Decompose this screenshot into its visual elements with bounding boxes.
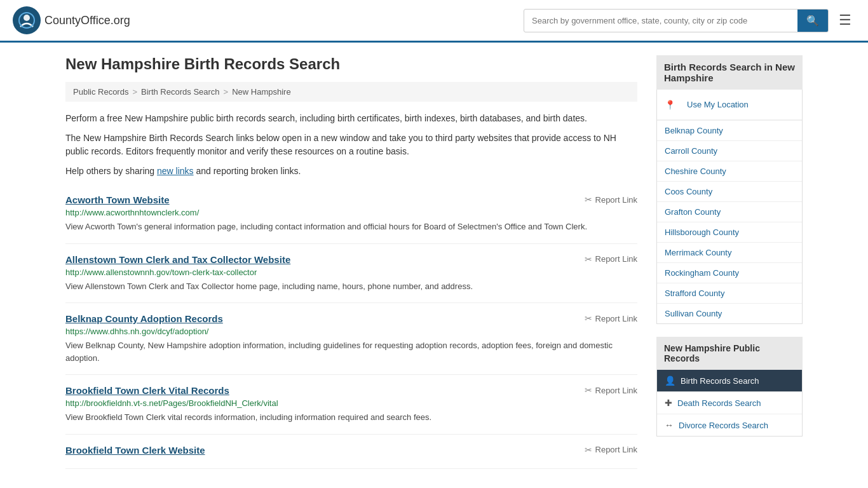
result-title-1[interactable]: Allenstown Town Clerk and Tax Collector … [65, 254, 290, 265]
county-link-0[interactable]: Belknap County [657, 121, 802, 140]
result-desc-0: View Acworth Town's general information … [65, 220, 637, 233]
result-title-3[interactable]: Brookfield Town Clerk Vital Records [65, 385, 229, 396]
result-title-2[interactable]: Belknap County Adoption Records [65, 313, 223, 324]
pub-records-death[interactable]: ✚ Death Records Search [657, 392, 802, 414]
sidebar: Birth Records Search in New Hampshire 📍 … [656, 55, 803, 469]
breadcrumb-birth-records[interactable]: Birth Records Search [141, 87, 220, 97]
birth-records-label: Birth Records Search [681, 376, 759, 386]
public-records-title: New Hampshire Public Records [656, 337, 803, 370]
county-link-2[interactable]: Cheshire County [657, 161, 802, 181]
logo-text: CountyOffice.org [44, 14, 130, 27]
county-item-5[interactable]: Hillsborough County [657, 222, 802, 243]
new-links-link[interactable]: new links [157, 166, 194, 176]
description-2: The New Hampshire Birth Records Search l… [65, 132, 637, 158]
search-button[interactable]: 🔍 [797, 10, 828, 32]
county-link-8[interactable]: Strafford County [657, 283, 802, 303]
death-records-label: Death Records Search [677, 398, 761, 408]
result-header: Brookfield Town Clerk Vital Records ✂ Re… [65, 385, 637, 396]
result-header: Belknap County Adoption Records ✂ Report… [65, 313, 637, 324]
report-icon-4: ✂ [585, 445, 592, 455]
content-area: New Hampshire Birth Records Search Publi… [65, 55, 637, 469]
county-link-4[interactable]: Grafton County [657, 202, 802, 222]
county-list: 📍 Use My Location Belknap CountyCarroll … [656, 90, 803, 324]
sidebar-birth-title: Birth Records Search in New Hampshire [656, 55, 803, 90]
menu-icon[interactable]: ☰ [835, 8, 855, 32]
county-item-1[interactable]: Carroll County [657, 141, 802, 161]
use-location-item: 📍 Use My Location [657, 90, 802, 121]
result-desc-3: View Brookfield Town Clerk vital records… [65, 411, 637, 424]
pub-records-divorce[interactable]: ↔ Divorce Records Search [657, 414, 802, 436]
report-label-0: Report Link [595, 195, 637, 205]
svg-point-0 [24, 15, 30, 21]
report-icon-1: ✂ [585, 254, 592, 264]
report-label-3: Report Link [595, 386, 637, 395]
result-header: Acworth Town Website ✂ Report Link [65, 194, 637, 205]
report-icon-0: ✂ [585, 194, 592, 205]
county-link-9[interactable]: Sullivan County [657, 304, 802, 323]
result-url-2[interactable]: https://www.dhhs.nh.gov/dcyf/adoption/ [65, 327, 637, 336]
county-item-7[interactable]: Rockingham County [657, 263, 802, 283]
result-desc-2: View Belknap County, New Hampshire adopt… [65, 339, 637, 364]
logo-area: CountyOffice.org [13, 6, 130, 34]
report-link-3[interactable]: ✂ Report Link [585, 385, 637, 395]
county-item-0[interactable]: Belknap County [657, 121, 802, 141]
pub-records-birth[interactable]: 👤 Birth Records Search [657, 370, 802, 392]
description-1: Perform a free New Hampshire public birt… [65, 112, 637, 125]
main-container: New Hampshire Birth Records Search Publi… [53, 43, 815, 482]
county-link-7[interactable]: Rockingham County [657, 263, 802, 283]
result-header: Allenstown Town Clerk and Tax Collector … [65, 254, 637, 265]
county-link-1[interactable]: Carroll County [657, 141, 802, 161]
result-url-3[interactable]: http://brookfieldnh.vt-s.net/Pages/Brook… [65, 398, 637, 408]
public-records-list: 👤 Birth Records Search ✚ Death Records S… [656, 370, 803, 437]
breadcrumb-current: New Hampshire [232, 87, 290, 97]
result-item: Belknap County Adoption Records ✂ Report… [65, 303, 637, 375]
county-item-8[interactable]: Strafford County [657, 283, 802, 304]
death-icon: ✚ [665, 398, 672, 408]
page-title: New Hampshire Birth Records Search [65, 55, 637, 73]
county-item-6[interactable]: Merrimack County [657, 243, 802, 263]
report-label-2: Report Link [595, 314, 637, 323]
result-title-0[interactable]: Acworth Town Website [65, 194, 170, 205]
results-list: Acworth Town Website ✂ Report Link http:… [65, 184, 637, 469]
result-url-0[interactable]: http://www.acworthnhtownclerk.com/ [65, 208, 637, 217]
result-item: Acworth Town Website ✂ Report Link http:… [65, 184, 637, 244]
search-bar: 🔍 [524, 9, 829, 32]
result-url-1[interactable]: http://www.allenstownnh.gov/town-clerk-t… [65, 268, 637, 277]
county-item-4[interactable]: Grafton County [657, 202, 802, 222]
report-link-4[interactable]: ✂ Report Link [585, 445, 637, 455]
breadcrumb: Public Records > Birth Records Search > … [65, 82, 637, 102]
county-item-2[interactable]: Cheshire County [657, 161, 802, 182]
report-icon-2: ✂ [585, 313, 592, 323]
result-item: Allenstown Town Clerk and Tax Collector … [65, 244, 637, 304]
county-link-3[interactable]: Coos County [657, 182, 802, 201]
use-location-link[interactable]: Use My Location [679, 95, 756, 114]
divorce-icon: ↔ [665, 420, 674, 430]
logo-icon [13, 6, 41, 34]
search-input[interactable] [524, 11, 797, 30]
county-item-9[interactable]: Sullivan County [657, 304, 802, 323]
description-3: Help others by sharing new links and rep… [65, 165, 637, 178]
report-link-1[interactable]: ✂ Report Link [585, 254, 637, 264]
result-item: Brookfield Town Clerk Vital Records ✂ Re… [65, 375, 637, 435]
result-item: Brookfield Town Clerk Website ✂ Report L… [65, 435, 637, 469]
report-icon-3: ✂ [585, 385, 592, 395]
county-link-6[interactable]: Merrimack County [657, 243, 802, 262]
breadcrumb-public-records[interactable]: Public Records [73, 87, 128, 97]
county-link-5[interactable]: Hillsborough County [657, 222, 802, 242]
report-label-1: Report Link [595, 254, 637, 264]
report-link-2[interactable]: ✂ Report Link [585, 313, 637, 323]
report-link-0[interactable]: ✂ Report Link [585, 194, 637, 205]
result-title-4[interactable]: Brookfield Town Clerk Website [65, 445, 205, 456]
county-item-3[interactable]: Coos County [657, 182, 802, 202]
result-desc-1: View Allenstown Town Clerk and Tax Colle… [65, 280, 637, 293]
divorce-records-label: Divorce Records Search [679, 421, 768, 430]
header-right: 🔍 ☰ [524, 8, 855, 32]
location-pin-icon: 📍 [665, 100, 675, 110]
birth-icon: 👤 [665, 376, 675, 386]
site-header: CountyOffice.org 🔍 ☰ [0, 0, 868, 43]
result-header: Brookfield Town Clerk Website ✂ Report L… [65, 445, 637, 456]
report-label-4: Report Link [595, 445, 637, 454]
